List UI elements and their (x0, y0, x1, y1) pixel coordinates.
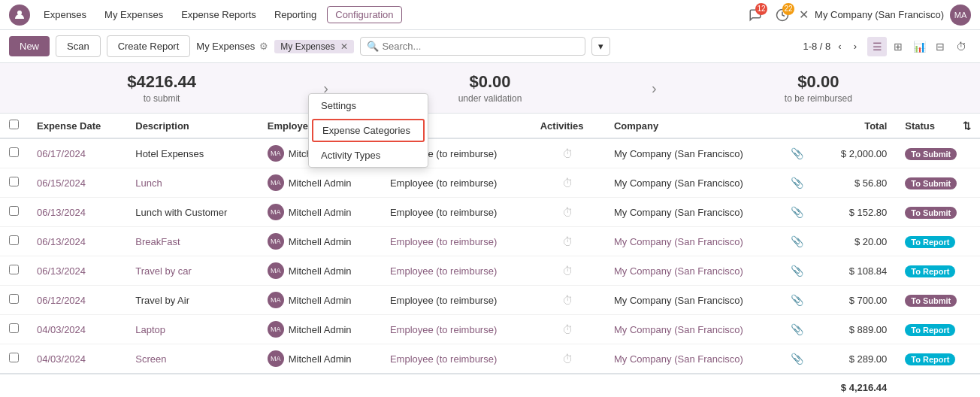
sort-icon[interactable]: ⇅ (963, 120, 971, 132)
description-text: Travel by Air (135, 295, 189, 306)
nav-item-my-expenses[interactable]: My Expenses (97, 6, 171, 23)
activity-clock-icon[interactable]: ⏱ (562, 177, 573, 189)
description-cell: Lunch (126, 168, 259, 198)
paid-by-link[interactable]: Employee (to reimburse) (390, 324, 497, 335)
description-link[interactable]: Laptop (135, 324, 165, 335)
company-link[interactable]: My Company (San Francisco) (614, 324, 743, 335)
attachment-icon[interactable]: 📎 (791, 206, 803, 218)
grand-total-amount: $ 4,216.44 (819, 374, 897, 397)
row-checkbox[interactable] (9, 177, 19, 186)
nav-item-configuration[interactable]: Configuration (327, 6, 401, 23)
activities-cell: ⏱ (531, 286, 605, 315)
company-link[interactable]: My Company (San Francisco) (614, 236, 743, 247)
company-cell: My Company (San Francisco) (605, 315, 782, 344)
employee-name: Mitchell Admin (289, 324, 352, 335)
settings-icon[interactable]: ✕ (799, 8, 809, 22)
dropdown-item-settings[interactable]: Settings (309, 94, 428, 117)
activity-clock-icon[interactable]: ⏱ (562, 206, 573, 219)
paid-by-link[interactable]: Employee (to reimburse) (390, 353, 497, 365)
filter-tag-close[interactable]: ✕ (340, 41, 348, 52)
row-checkbox[interactable] (9, 235, 19, 245)
description-cell: BreakFast (126, 227, 259, 256)
search-input[interactable] (382, 41, 579, 52)
employee-cell: MA Mitchell Admin (259, 198, 381, 227)
description-link[interactable]: BreakFast (135, 236, 180, 247)
col-expense-date[interactable]: Expense Date (28, 114, 126, 138)
row-checkbox[interactable] (9, 265, 19, 274)
table-row: 06/13/2024 Lunch with Customer MA Mitche… (0, 198, 980, 227)
pagination-next[interactable]: › (849, 39, 861, 53)
nav-item-reporting[interactable]: Reporting (267, 6, 324, 23)
pagination-prev[interactable]: ‹ (833, 39, 845, 53)
activity-clock-icon[interactable]: ⏱ (562, 265, 573, 277)
col-activities[interactable]: Activities (531, 114, 605, 138)
paid-by-text: Employee (to reimburse) (390, 177, 497, 189)
select-all-checkbox[interactable] (9, 120, 19, 129)
summary-label-reimburse: to be reimbursed (672, 93, 965, 104)
attachment-icon[interactable]: 📎 (791, 235, 803, 247)
nav-item-expense-reports[interactable]: Expense Reports (174, 6, 264, 23)
view-list-icon[interactable]: ☰ (867, 37, 887, 56)
activity-clock-icon[interactable]: ⏱ (562, 294, 573, 307)
view-grid-icon[interactable]: ⊟ (930, 37, 950, 56)
employee-avatar: MA (268, 321, 284, 338)
attachment-icon[interactable]: 📎 (791, 265, 803, 277)
description-link[interactable]: Screen (135, 353, 166, 365)
chat-notification[interactable]: 12 (745, 5, 766, 26)
attachment-icon[interactable]: 📎 (791, 294, 803, 306)
user-avatar[interactable]: MA (950, 5, 971, 26)
view-clock-icon[interactable]: ⏱ (951, 37, 971, 56)
table-row: 04/03/2024 Screen MA Mitchell Admin Empl… (0, 344, 980, 374)
description-link[interactable]: Lunch (135, 177, 162, 189)
activity-clock-icon[interactable]: ⏱ (562, 353, 573, 365)
search-icon: 🔍 (367, 41, 379, 52)
col-status[interactable]: Status ⇅ (896, 114, 980, 138)
create-report-button[interactable]: Create Report (107, 35, 191, 57)
summary-amount-validation: $0.00 (343, 72, 637, 92)
attachment-icon[interactable]: 📎 (791, 147, 803, 159)
expense-date: 06/13/2024 (28, 198, 126, 227)
paid-by-link[interactable]: Employee (to reimburse) (390, 265, 497, 277)
attachment-icon[interactable]: 📎 (791, 353, 803, 365)
dropdown-item-activity-types[interactable]: Activity Types (309, 144, 428, 167)
description-cell: Travel by car (126, 256, 259, 286)
view-kanban-icon[interactable]: ⊞ (888, 37, 908, 56)
activity-clock-icon[interactable]: ⏱ (562, 235, 573, 248)
attachment-icon[interactable]: 📎 (791, 323, 803, 335)
row-checkbox[interactable] (9, 147, 19, 157)
company-link[interactable]: My Company (San Francisco) (614, 265, 743, 277)
row-checkbox[interactable] (9, 206, 19, 216)
new-button[interactable]: New (9, 36, 50, 56)
activity-notification[interactable]: 22 (772, 5, 793, 26)
summary-label-submit: to submit (15, 93, 308, 104)
settings-gear-icon[interactable]: ⚙ (259, 41, 268, 52)
company-text: My Company (San Francisco) (614, 207, 743, 218)
row-checkbox[interactable] (9, 294, 19, 304)
company-link[interactable]: My Company (San Francisco) (614, 353, 743, 365)
row-checkbox[interactable] (9, 323, 19, 333)
col-total[interactable]: Total (819, 114, 897, 138)
row-checkbox[interactable] (9, 353, 19, 362)
nav-logo (9, 5, 30, 26)
pagination: 1-8 / 8 ‹ › (803, 39, 861, 53)
company-text: My Company (San Francisco) (614, 177, 743, 189)
summary-arrow-2[interactable]: › (637, 80, 672, 97)
view-chart-icon[interactable]: 📊 (909, 37, 929, 56)
attachment-icon[interactable]: 📎 (791, 177, 803, 189)
search-dropdown-btn[interactable]: ▾ (591, 37, 610, 56)
activities-cell: ⏱ (531, 344, 605, 374)
total-cell: $ 289.00 (819, 344, 897, 374)
grand-total-label (0, 374, 819, 397)
description-cell: Laptop (126, 315, 259, 344)
total-cell: $ 152.80 (819, 198, 897, 227)
scan-button[interactable]: Scan (56, 35, 101, 57)
paid-by-link[interactable]: Employee (to reimburse) (390, 236, 497, 247)
nav-item-expenses[interactable]: Expenses (36, 6, 94, 23)
dropdown-item-expense-categories[interactable]: Expense Categories (312, 119, 425, 142)
activity-clock-icon[interactable]: ⏱ (562, 323, 573, 336)
col-company[interactable]: Company (605, 114, 782, 138)
description-link[interactable]: Travel by car (135, 265, 192, 277)
col-description[interactable]: Description (126, 114, 259, 138)
status-badge: To Submit (905, 207, 957, 219)
activity-clock-icon[interactable]: ⏱ (562, 147, 573, 160)
